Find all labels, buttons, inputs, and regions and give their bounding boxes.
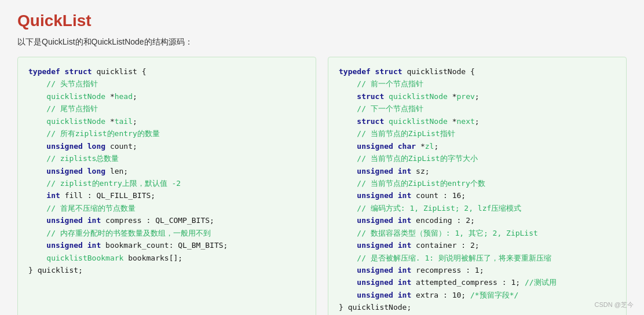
code-line: quicklistNode *tail; xyxy=(28,115,305,127)
code-token: attempted_compress : 1; xyxy=(416,278,525,287)
code-token: ; xyxy=(133,117,137,126)
code-token: quicklistBookmark xyxy=(28,254,128,262)
code-token: bookmarks[]; xyxy=(128,254,182,262)
code-token: unsigned int xyxy=(339,278,416,287)
code-line: // ziplists总数量 xyxy=(28,152,305,164)
code-token: quicklist { xyxy=(96,67,146,76)
code-token: * xyxy=(105,92,115,101)
code-token: unsigned int xyxy=(28,216,105,225)
code-token: // 当前节点的ZipList指针 xyxy=(339,129,455,138)
code-token: compress : QL_COMP_BITS; xyxy=(105,216,214,225)
code-token: * xyxy=(448,92,457,101)
code-token: quicklistNode xyxy=(389,117,448,126)
code-token: zl xyxy=(425,142,434,151)
code-panels: typedef struct quicklist { // 头节点指针 quic… xyxy=(17,57,627,315)
code-token: /*预留字段*/ xyxy=(470,291,518,299)
code-token: unsigned int xyxy=(339,167,416,175)
code-line: unsigned char *zl; xyxy=(339,140,616,152)
code-token: ainer : 2; xyxy=(434,241,479,250)
code-line: struct quicklistNode *prev; xyxy=(339,90,616,102)
code-line: unsigned int attempted_compress : 1; //测… xyxy=(339,276,616,288)
code-line: unsigned int encoding : 2; xyxy=(339,214,616,226)
code-line: unsigned int sz; xyxy=(339,165,616,177)
right-code-box: typedef struct quicklistNode { // 前一个节点指… xyxy=(328,57,627,315)
code-token: int xyxy=(28,191,65,200)
code-token: fill : QL_FILL_BITS; xyxy=(65,191,156,200)
code-token: quicklistNode xyxy=(28,92,105,101)
code-token: quicklistNode xyxy=(28,117,105,126)
code-token: // 所有ziplist的entry的数量 xyxy=(28,129,160,138)
code-token: ; xyxy=(475,117,480,126)
code-line: // ziplist的entry上限，默认值 -2 xyxy=(28,177,305,189)
code-token: * xyxy=(420,142,425,151)
code-token: // 编码方式: 1, ZipList; 2, lzf压缩模式 xyxy=(339,204,521,213)
code-token: quicklistNode xyxy=(389,92,448,101)
code-line: unsigned int count : 16; xyxy=(339,189,616,202)
code-token: * xyxy=(448,117,457,126)
code-token: //测试用 xyxy=(525,278,557,287)
code-line: int fill : QL_FILL_BITS; xyxy=(28,189,305,202)
code-token: } quicklistNode; xyxy=(339,303,411,312)
code-line: typedef struct quicklist { xyxy=(28,65,305,78)
code-line: } quicklist; xyxy=(28,264,305,276)
code-token: extra : 10; xyxy=(416,291,470,299)
code-line: unsigned int recompress : 1; xyxy=(339,264,616,276)
code-token: // 头节点指针 xyxy=(28,79,98,88)
code-token: // ziplists总数量 xyxy=(28,154,119,163)
code-line: unsigned int container : 2; xyxy=(339,239,616,251)
code-line: // 是否被解压缩. 1: 则说明被解压了，将来要重新压缩 xyxy=(339,252,616,264)
code-token: len; xyxy=(110,167,128,175)
code-token: // 是否被解压缩. 1: 则说明被解压了，将来要重新压缩 xyxy=(339,254,551,262)
code-token: // 内存重分配时的书签数量及数组，一般用不到 xyxy=(28,229,211,237)
code-token: unsigned int xyxy=(339,266,416,274)
code-token: // 当前节点的ZipList的字节大小 xyxy=(339,154,478,163)
code-line: unsigned int compress : QL_COMP_BITS; xyxy=(28,214,305,226)
code-token: unsigned int xyxy=(339,241,416,250)
code-line: // 编码方式: 1, ZipList; 2, lzf压缩模式 xyxy=(339,202,616,214)
code-line: quicklistNode *head; xyxy=(28,90,305,102)
code-line: // 内存重分配时的书签数量及数组，一般用不到 xyxy=(28,227,305,239)
code-token: count : 16; xyxy=(416,191,466,200)
code-line: // 下一个节点指针 xyxy=(339,102,616,115)
code-token: next xyxy=(457,117,475,126)
code-token: quicklistNode { xyxy=(407,67,474,76)
code-line: // 首尾不压缩的节点数量 xyxy=(28,202,305,214)
code-token: unsigned char xyxy=(339,142,420,151)
code-token: typedef struct xyxy=(28,67,96,76)
code-line: // 尾节点指针 xyxy=(28,102,305,115)
code-line: } quicklistNode; xyxy=(339,301,616,313)
code-line: // 前一个节点指针 xyxy=(339,78,616,90)
code-line: // 头节点指针 xyxy=(28,78,305,90)
code-line: unsigned int bookmark_count: QL_BM_BITS; xyxy=(28,239,305,251)
code-token: bookmark_count: QL_BM_BITS; xyxy=(105,241,228,250)
code-token: tail xyxy=(115,117,133,126)
code-token: // ziplist的entry上限，默认值 -2 xyxy=(28,179,181,188)
code-token: typedef struct xyxy=(339,67,407,76)
code-token: // 下一个节点指针 xyxy=(339,104,423,113)
code-line: typedef struct quicklistNode { xyxy=(339,65,616,78)
code-token: count; xyxy=(110,142,137,151)
code-token: sz; xyxy=(416,167,429,175)
subtitle: 以下是QuickList的和QuickListNode的结构源码： xyxy=(17,37,627,47)
code-token: unsigned int xyxy=(28,241,105,250)
code-token: unsigned long xyxy=(28,167,110,175)
code-line: // 当前节点的ZipList的字节大小 xyxy=(339,152,616,164)
code-line: unsigned long len; xyxy=(28,165,305,177)
code-token: encoding : 2; xyxy=(416,216,475,225)
code-token: // 数据容器类型（预留）: 1, 其它; 2, ZipList xyxy=(339,229,538,237)
code-line: quicklistBookmark bookmarks[]; xyxy=(28,252,305,264)
code-line: // 数据容器类型（预留）: 1, 其它; 2, ZipList xyxy=(339,227,616,239)
code-line: unsigned long count; xyxy=(28,140,305,152)
code-token: struct xyxy=(339,117,389,126)
left-code-box: typedef struct quicklist { // 头节点指针 quic… xyxy=(17,57,316,315)
code-token: struct xyxy=(339,92,389,101)
code-token: unsigned long xyxy=(28,142,110,151)
code-token: } quicklist; xyxy=(28,266,83,274)
code-token: unsigned int xyxy=(339,191,416,200)
code-line: // 当前节点的ZipList的entry个数 xyxy=(339,177,616,189)
code-line: struct quicklistNode *next; xyxy=(339,115,616,127)
code-token: * xyxy=(105,117,115,126)
code-token: recompress : 1; xyxy=(416,266,484,274)
code-token: ; xyxy=(475,92,480,101)
code-line: unsigned int extra : 10; /*预留字段*/ xyxy=(339,289,616,301)
